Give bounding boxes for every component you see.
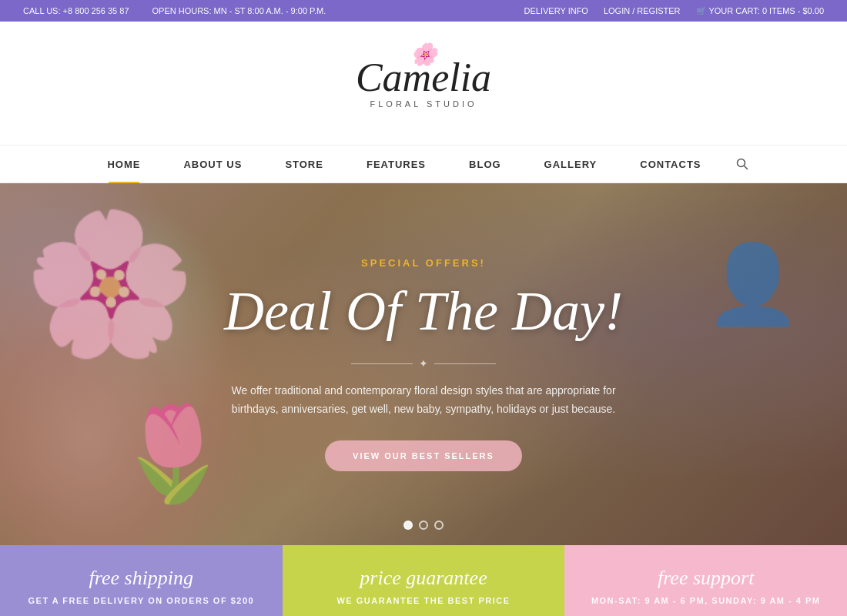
svg-line-1 bbox=[744, 166, 748, 170]
divider-line-left bbox=[351, 363, 413, 364]
logo-text: 🌸 Camelia bbox=[356, 58, 491, 98]
search-button[interactable] bbox=[723, 145, 762, 183]
login-link[interactable]: LOGIN / REGISTER bbox=[604, 6, 681, 15]
cart-price: $0.00 bbox=[802, 6, 824, 15]
cart-icon: 🛒 bbox=[696, 6, 707, 15]
divider-line-right bbox=[434, 363, 496, 364]
main-nav: HOME ABOUT US STORE FEATURES BLOG GALLER… bbox=[0, 145, 847, 183]
delivery-link[interactable]: DELIVERY INFO bbox=[524, 6, 588, 15]
hero-content: SPECIAL OFFERS! Deal Of The Day! ✦ We of… bbox=[0, 183, 847, 545]
feature-price-desc: WE GUARANTEE THE BEST PRICE bbox=[298, 596, 550, 605]
cart-label: YOUR CART: bbox=[708, 6, 759, 15]
feature-price-title: price guarantee bbox=[298, 567, 550, 590]
feature-support-desc: MON-SAT: 9 AM - 6 PM, SUNDAY: 9 AM - 4 P… bbox=[580, 596, 832, 605]
feature-support-title: free support bbox=[580, 567, 832, 590]
top-bar-left: CALL US: +8 800 256 35 87 OPEN HOURS: MN… bbox=[23, 6, 326, 15]
feature-shipping-title: free shipping bbox=[15, 567, 267, 590]
features-strip: free shipping GET A FREE DELIVERY ON ORD… bbox=[0, 545, 847, 616]
nav-item-home[interactable]: HOME bbox=[85, 145, 162, 183]
search-icon bbox=[736, 158, 748, 170]
cart-info[interactable]: 🛒 YOUR CART: 0 ITEMS - $0.00 bbox=[696, 6, 824, 16]
feature-price: price guarantee WE GUARANTEE THE BEST PR… bbox=[283, 545, 565, 616]
nav-item-store[interactable]: STORE bbox=[263, 145, 345, 183]
nav-item-blog[interactable]: BLOG bbox=[447, 145, 523, 183]
hours-label: OPEN HOURS: MN - ST 8:00 A.M. - 9:00 P.M… bbox=[152, 6, 326, 15]
header: 🌸 Camelia FLORAL STUDIO bbox=[0, 22, 847, 145]
slider-dots bbox=[403, 521, 444, 530]
feature-support: free support MON-SAT: 9 AM - 6 PM, SUNDA… bbox=[564, 545, 847, 616]
logo: 🌸 Camelia FLORAL STUDIO bbox=[356, 58, 491, 109]
slider-dot-1[interactable] bbox=[403, 521, 413, 530]
slider-dot-2[interactable] bbox=[419, 521, 428, 530]
svg-point-0 bbox=[737, 159, 745, 167]
divider-ornament: ✦ bbox=[419, 357, 428, 370]
nav-item-features[interactable]: FEATURES bbox=[345, 145, 447, 183]
nav-item-gallery[interactable]: GALLERY bbox=[523, 145, 619, 183]
phone-label: CALL US: +8 800 256 35 87 bbox=[23, 6, 129, 15]
feature-shipping-desc: GET A FREE DELIVERY ON ORDERS OF $200 bbox=[15, 596, 267, 605]
cart-items: 0 ITEMS bbox=[762, 6, 795, 15]
hero-subtitle: SPECIAL OFFERS! bbox=[361, 257, 486, 269]
feature-shipping: free shipping GET A FREE DELIVERY ON ORD… bbox=[0, 545, 283, 616]
top-bar-right: DELIVERY INFO LOGIN / REGISTER 🛒 YOUR CA… bbox=[524, 6, 824, 16]
flower-decoration-icon: 🌸 bbox=[410, 44, 437, 65]
top-bar: CALL US: +8 800 256 35 87 OPEN HOURS: MN… bbox=[0, 0, 847, 22]
hero-slider: 🌸 🌷 👤 SPECIAL OFFERS! Deal Of The Day! ✦… bbox=[0, 183, 847, 545]
hero-divider: ✦ bbox=[351, 357, 496, 370]
cta-button[interactable]: VIEW OUR BEST SELLERS bbox=[325, 440, 522, 471]
nav-item-about[interactable]: ABOUT US bbox=[162, 145, 263, 183]
nav-item-contacts[interactable]: CONTACTS bbox=[618, 145, 722, 183]
hero-title: Deal Of The Day! bbox=[224, 281, 623, 342]
logo-sub: FLORAL STUDIO bbox=[356, 99, 491, 109]
hero-description: We offer traditional and contemporary fl… bbox=[223, 382, 624, 419]
slider-dot-3[interactable] bbox=[434, 521, 444, 530]
